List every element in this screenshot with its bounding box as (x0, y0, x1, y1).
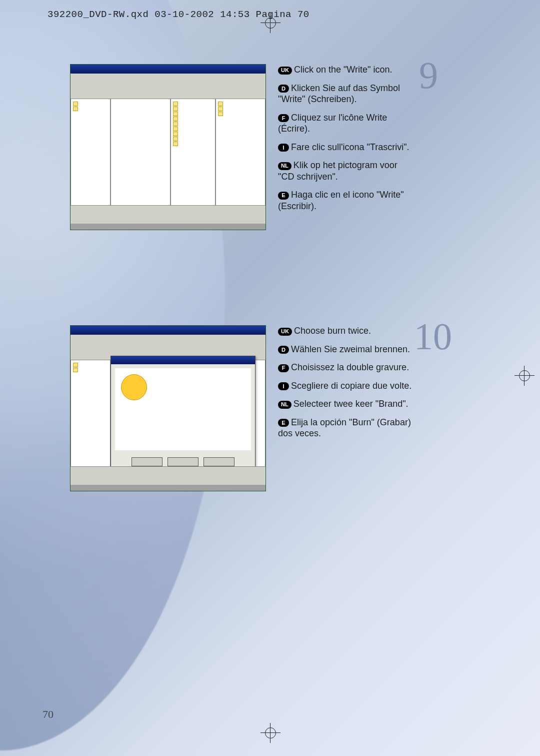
instruction-text: Elija la opción "Burn" (Grabar) dos vece… (278, 417, 411, 439)
crop-mark-top (265, 18, 276, 29)
wizard-button[interactable] (132, 457, 162, 466)
instruction-text: Selecteer twee keer "Brand". (294, 399, 408, 409)
screenshot-step-9 (70, 64, 266, 230)
step-number-10: 10 (414, 317, 452, 355)
instruction-text: Choose burn twice. (294, 326, 371, 336)
lang-badge: NL (278, 162, 292, 170)
lang-badge: D (278, 346, 289, 354)
instruction-text: Klicken Sie auf das Symbol "Write" (Schr… (278, 83, 400, 105)
lang-badge: E (278, 419, 289, 427)
instruction-text: Cliquez sur l'icône Write (Écrire). (278, 113, 387, 134)
instruction-text: Fare clic sull'icona "Trascrivi". (291, 142, 410, 152)
burn-wizard-dialog (110, 356, 256, 467)
step-number-9: 9 (419, 56, 438, 94)
lang-badge: F (278, 364, 289, 372)
lang-badge: UK (278, 328, 292, 336)
page-number: 70 (42, 708, 54, 721)
lang-badge: D (278, 85, 289, 93)
lang-badge: NL (278, 401, 292, 409)
crop-mark-right (519, 370, 530, 381)
wizard-button[interactable] (168, 457, 198, 466)
instructions-step-10: 10 UKChoose burn twice. DWählen Sie zwei… (278, 325, 413, 491)
lang-badge: I (278, 382, 289, 390)
instruction-text: Click on the "Write" icon. (294, 65, 392, 75)
lang-badge: UK (278, 67, 292, 75)
wizard-face-icon (121, 374, 147, 400)
lang-badge: E (278, 192, 289, 200)
lang-badge: I (278, 144, 289, 152)
crop-mark-bottom (265, 727, 276, 738)
step-9-section: 9 UKClick on the "Write" icon. DKlicken … (70, 64, 440, 230)
instruction-text: Scegliere di copiare due volte. (291, 381, 412, 391)
instructions-step-9: 9 UKClick on the "Write" icon. DKlicken … (278, 64, 413, 230)
instruction-text: Haga clic en el icono "Write" (Escribir)… (278, 190, 404, 211)
step-10-section: 10 UKChoose burn twice. DWählen Sie zwei… (70, 325, 440, 491)
instruction-text: Choisissez la double gravure. (291, 362, 409, 372)
lang-badge: F (278, 114, 289, 122)
instruction-text: Wählen Sie zweimal brennen. (291, 344, 410, 354)
wizard-button[interactable] (204, 457, 234, 466)
screenshot-step-10 (70, 325, 266, 491)
instruction-text: Klik op het pictogram voor "CD schrijven… (278, 160, 398, 182)
